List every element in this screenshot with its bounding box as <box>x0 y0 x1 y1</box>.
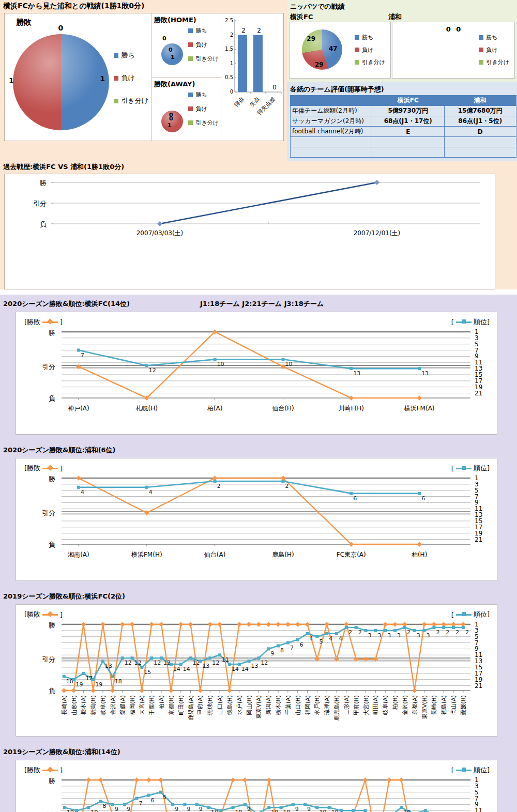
season-title-2019-fc: 2019シーズン勝敗&順位:横浜FC(2位) <box>0 590 517 602</box>
legend-item: 勝ち <box>479 34 509 41</box>
svg-text:岡山(H): 岡山(H) <box>246 695 253 715</box>
svg-text:3: 3 <box>377 632 381 639</box>
svg-text:山口(H): 山口(H) <box>295 695 301 715</box>
svg-text:10: 10 <box>67 809 74 812</box>
svg-text:2: 2 <box>217 483 221 489</box>
svg-text:引分: 引分 <box>42 509 55 517</box>
svg-text:甲府(H): 甲府(H) <box>353 695 360 715</box>
row-value: 5億9730万円 <box>372 106 444 116</box>
season-sections: 2020シーズン勝敗&順位:横浜FC(14位) J1:18チーム J2:21チー… <box>0 295 517 812</box>
svg-text:3: 3 <box>387 632 391 639</box>
svg-text:9: 9 <box>199 806 203 812</box>
svg-text:13: 13 <box>105 663 112 669</box>
legend-item: 負け <box>355 46 385 54</box>
svg-text:2: 2 <box>348 629 352 636</box>
svg-text:3: 3 <box>427 632 430 639</box>
svg-text:町田(A): 町田(A) <box>372 695 379 715</box>
svg-text:仙台(H): 仙台(H) <box>272 405 294 412</box>
row-value <box>444 147 516 158</box>
pie-label-win: 1 <box>100 74 105 83</box>
svg-text:柏(A): 柏(A) <box>207 405 223 412</box>
away-label-c: 1 <box>168 122 172 129</box>
svg-text:2.5: 2.5 <box>225 18 233 23</box>
svg-text:FC東京(A): FC東京(A) <box>337 551 366 558</box>
legend-item: 引き分け <box>114 96 148 105</box>
svg-text:6: 6 <box>300 641 303 648</box>
row-value: 86点(J1・5位) <box>444 116 516 127</box>
urawa-zero-label: 0 0 <box>446 25 463 33</box>
evaluation-block: 各紙のチーム評価(開幕時予想) 横浜FC浦和年俸チーム総額(2月時)5億9730… <box>287 82 517 161</box>
away-pie: 0 0 1 <box>161 111 183 132</box>
legend-item: 負け <box>479 46 509 54</box>
home-label-c: 1 <box>171 54 175 60</box>
head-to-head-panel: 勝敗 0 1 1 勝ち負け引き分け 勝敗(HOME) 0 0 1 <box>4 13 284 141</box>
svg-text:勝: 勝 <box>49 475 55 483</box>
row-value: 15億7680万円 <box>444 106 516 116</box>
svg-text:4: 4 <box>310 635 313 642</box>
np-label-draw: 29 <box>307 35 315 42</box>
table-col-header: 横浜FC <box>372 96 444 106</box>
table-row: football channel(2月時)ED <box>291 127 516 137</box>
teal-line-icon <box>456 468 472 469</box>
row-value <box>444 137 516 147</box>
svg-text:19: 19 <box>95 681 102 688</box>
svg-text:岐阜(A): 岐阜(A) <box>382 695 389 715</box>
season-2019-fc-svg: 勝引分負135791113151719211819171913181212151… <box>20 620 488 733</box>
table-row: 年俸チーム総額(2月時)5億9730万円15億7680万円 <box>291 106 516 116</box>
team-name-urawa: 浦和 <box>388 12 402 22</box>
svg-text:12: 12 <box>154 660 161 666</box>
legend-result: [勝敗 ] <box>24 464 63 473</box>
svg-text:横浜FM(H): 横浜FM(H) <box>131 551 162 558</box>
svg-text:金沢(H): 金沢(H) <box>402 695 408 715</box>
svg-text:6: 6 <box>353 495 357 502</box>
svg-text:4: 4 <box>329 635 332 642</box>
svg-text:2: 2 <box>407 629 410 636</box>
top-row: 横浜FCから見た浦和との戦績(1勝1敗0分) 勝敗 0 1 1 勝ち負け引き分け… <box>0 0 517 161</box>
svg-text:3: 3 <box>397 632 401 639</box>
svg-text:鹿島(H): 鹿島(H) <box>272 551 294 558</box>
svg-text:2: 2 <box>436 629 439 636</box>
legend-item: 負け <box>188 41 219 49</box>
league-team-counts: J1:18チーム J2:21チーム J3:18チーム <box>200 299 324 309</box>
legend-result: [勝敗 ] <box>24 765 63 775</box>
svg-text:10: 10 <box>271 809 278 812</box>
svg-text:14: 14 <box>241 666 249 672</box>
away-label-b: 0 <box>169 115 173 122</box>
svg-text:9: 9 <box>295 806 299 812</box>
nippatsu-urawa-panel: 0 0 勝ち負け引き分け <box>392 22 515 79</box>
np-label-win: 47 <box>329 45 338 52</box>
svg-text:町田(H): 町田(H) <box>178 695 185 715</box>
section-title: 横浜FCから見た浦和との戦績(1勝1敗0分) <box>0 0 287 12</box>
svg-text:9: 9 <box>247 806 251 812</box>
svg-text:5: 5 <box>319 638 323 645</box>
svg-text:札幌(H): 札幌(H) <box>136 405 158 412</box>
svg-text:3: 3 <box>368 632 372 639</box>
svg-text:千葉(H): 千葉(H) <box>148 695 155 715</box>
nippatsu-fc-legend: 勝ち負け引き分け <box>355 34 385 66</box>
svg-text:12: 12 <box>125 660 132 666</box>
table-corner-cell <box>291 96 372 106</box>
svg-text:長崎(A): 長崎(A) <box>61 695 68 715</box>
season-2019-urawa-svg: 勝引分負135791113151719211011108997659991011… <box>20 776 488 812</box>
svg-text:東京V(H): 東京V(H) <box>421 695 428 719</box>
svg-text:14: 14 <box>232 666 239 672</box>
kako-svg: 勝引分負2007/03/03(土)2007/12/01(土) <box>5 174 485 241</box>
svg-text:大宮(H): 大宮(H) <box>363 695 370 715</box>
svg-text:2: 2 <box>455 629 459 636</box>
svg-text:2: 2 <box>285 483 288 489</box>
svg-text:柏(H): 柏(H) <box>412 551 427 558</box>
svg-text:2007/12/01(土): 2007/12/01(土) <box>354 229 401 237</box>
section-2019-urawa: 2019シーズン勝敗&順位:浦和(14位) [勝敗 ] [ 順位]勝引分負135… <box>0 743 517 812</box>
legend-item: 引き分け <box>188 55 219 63</box>
row-value: 68点(J1・17位) <box>372 116 444 127</box>
svg-text:愛媛(H): 愛媛(H) <box>460 695 467 715</box>
season-2020-fc-svg: 勝引分負1357911131517192171210101313神戸(A)札幌(… <box>20 328 488 431</box>
svg-text:引分: 引分 <box>42 363 55 371</box>
svg-text:12: 12 <box>149 367 156 374</box>
svg-text:0: 0 <box>272 84 277 91</box>
svg-text:失点: 失点 <box>248 96 261 109</box>
row-label <box>291 137 372 147</box>
svg-text:大宮(A): 大宮(A) <box>139 695 145 715</box>
svg-text:徳島(H): 徳島(H) <box>226 695 233 715</box>
section-2020-fc: 2020シーズン勝敗&順位:横浜FC(14位) J1:18チーム J2:21チー… <box>0 295 517 435</box>
